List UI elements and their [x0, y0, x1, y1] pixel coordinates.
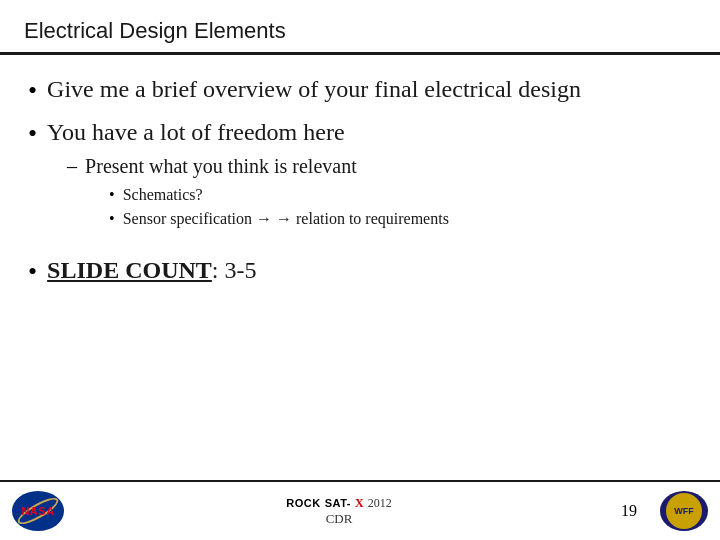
wff-logo: WFF — [660, 491, 708, 531]
title-area: Electrical Design Elements — [0, 0, 720, 55]
sub-bullet-dash-1: – — [67, 153, 77, 180]
sub-sub-bullet-dot-2: • — [109, 208, 115, 230]
bullet-item-1: • Give me a brief overview of your final… — [28, 73, 692, 106]
arrow-icon: → — [252, 210, 276, 227]
bullet-dot-2: • — [28, 118, 37, 149]
sub-sub-bullet-dot-1: • — [109, 184, 115, 206]
bullet-text-1: Give me a brief overview of your final e… — [47, 73, 581, 105]
wff-inner: WFF — [666, 493, 702, 529]
slide-title: Electrical Design Elements — [24, 18, 696, 44]
footer-label: CDR — [326, 511, 353, 527]
rocksat-logo: ROCK SAT- X 2012 — [286, 496, 391, 511]
footer: NASA ROCK SAT- X 2012 CDR 19 WFF — [0, 480, 720, 540]
sub-sub-bullet-text-2: Sensor specification → → relation to req… — [123, 208, 449, 230]
page-number: 19 — [614, 502, 644, 520]
sub-sub-bullet-text-1: Schematics? — [123, 184, 203, 206]
sub-bullet-text-1: Present what you think is relevant — [85, 155, 357, 177]
sub-sub-bullet-list: • Schematics? • Sensor specification → →… — [109, 184, 449, 231]
footer-year: 2012 — [368, 496, 392, 511]
sub-bullet-list: – Present what you think is relevant • S… — [67, 153, 449, 233]
wff-text: WFF — [674, 506, 694, 516]
slide-count-item: • SLIDE COUNT: 3-5 — [28, 254, 692, 287]
content-area: • Give me a brief overview of your final… — [0, 73, 720, 288]
sub-bullet-item-1: – Present what you think is relevant • S… — [67, 153, 449, 233]
nasa-logo: NASA — [12, 491, 64, 531]
bullet-item-2: • You have a lot of freedom here – Prese… — [28, 116, 692, 236]
sub-sub-bullet-item-2: • Sensor specification → → relation to r… — [109, 208, 449, 230]
footer-center: ROCK SAT- X 2012 CDR — [64, 496, 614, 527]
slide: Electrical Design Elements • Give me a b… — [0, 0, 720, 540]
slide-count-text: SLIDE COUNT: 3-5 — [47, 257, 256, 284]
rocksat-label: ROCK — [286, 497, 320, 509]
footer-right: 19 WFF — [614, 491, 708, 531]
sub-sub-bullet-item-1: • Schematics? — [109, 184, 449, 206]
nasa-text: NASA — [21, 505, 54, 517]
bullet-text-2: You have a lot of freedom here — [47, 119, 344, 145]
rocksat-sat: SAT- — [325, 497, 351, 509]
rocksat-x: X — [355, 496, 364, 511]
slide-count-label: SLIDE COUNT — [47, 257, 212, 283]
bullet-dot-1: • — [28, 75, 37, 106]
bullet-dot-3: • — [28, 256, 37, 287]
